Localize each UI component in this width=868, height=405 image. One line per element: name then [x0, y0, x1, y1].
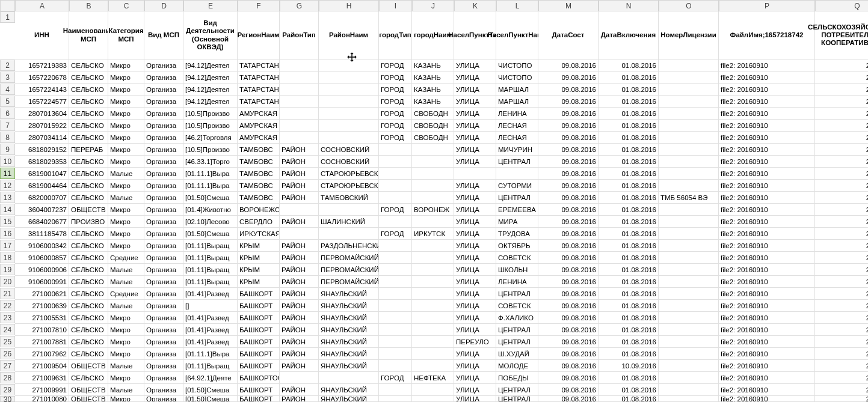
cell-O23[interactable] — [659, 312, 719, 324]
cell-A20[interactable]: 9106000991 — [15, 276, 69, 288]
cell-M27[interactable]: 09.08.2016 — [538, 360, 599, 372]
header-cell-D[interactable]: Вид МСП — [144, 11, 183, 59]
cell-L25[interactable]: ЦЕНТРАЛ — [496, 336, 538, 348]
cell-G10[interactable]: РАЙОН — [280, 156, 319, 168]
cell-C14[interactable]: Микро — [108, 204, 144, 216]
cell-M13[interactable]: 09.08.2016 — [538, 192, 599, 204]
cell-C29[interactable]: Малые — [108, 384, 144, 396]
cell-F27[interactable]: БАШКОРТ — [238, 360, 280, 372]
cell-N30[interactable]: 01.08.2016 — [599, 396, 659, 402]
cell-A19[interactable]: 9106000906 — [15, 264, 69, 276]
cell-H4[interactable] — [319, 84, 379, 96]
cell-C9[interactable]: Микро — [108, 144, 144, 156]
cell-C26[interactable]: Микро — [108, 348, 144, 360]
cell-L30[interactable]: ЦЕНТРАЛ — [496, 396, 538, 402]
cell-N25[interactable]: 01.08.2016 — [599, 336, 659, 348]
cell-E17[interactable]: [01.11]Выращ — [183, 240, 238, 252]
cell-P14[interactable]: file2: 20160910 — [719, 204, 815, 216]
cell-Q26[interactable]: 20160910 — [815, 348, 868, 360]
cell-G15[interactable]: РАЙОН — [280, 216, 319, 228]
header-cell-G[interactable]: РайонТип — [280, 11, 319, 59]
cell-K28[interactable]: УЛИЦА — [454, 372, 496, 384]
column-header-Q[interactable]: Q — [815, 0, 868, 11]
cell-H25[interactable]: ЯНАУЛЬСКИЙ — [319, 336, 379, 348]
cell-N28[interactable]: 01.08.2016 — [599, 372, 659, 384]
cell-C18[interactable]: Средние — [108, 252, 144, 264]
cell-A2[interactable]: 1657219383 — [15, 59, 69, 72]
cell-M23[interactable]: 09.08.2016 — [538, 312, 599, 324]
cell-L14[interactable]: ЕРЕМЕЕВА — [496, 204, 538, 216]
cell-G30[interactable]: РАЙОН — [280, 396, 319, 402]
cell-I24[interactable] — [379, 324, 412, 336]
cell-L10[interactable]: ЦЕНТРАЛ — [496, 156, 538, 168]
cell-J20[interactable] — [412, 276, 454, 288]
cell-D8[interactable]: Организа — [144, 132, 183, 144]
cell-A9[interactable]: 6818029152 — [15, 144, 69, 156]
cell-D11[interactable]: Организа — [144, 168, 183, 180]
cell-K30[interactable]: УЛИЦА — [454, 396, 496, 402]
cell-M7[interactable]: 09.08.2016 — [538, 120, 599, 132]
cell-D12[interactable]: Организа — [144, 180, 183, 192]
cell-B29[interactable]: ОБЩЕСТВ — [69, 384, 108, 396]
cell-K2[interactable]: УЛИЦА — [454, 59, 496, 72]
cell-J17[interactable] — [412, 240, 454, 252]
cell-K8[interactable]: УЛИЦА — [454, 132, 496, 144]
row-header-29[interactable]: 29 — [0, 384, 15, 395]
cell-P30[interactable]: file2: 20160910 — [719, 396, 815, 402]
cell-O2[interactable] — [659, 59, 719, 72]
cell-Q11[interactable]: 20160910 — [815, 168, 868, 180]
cell-I23[interactable] — [379, 312, 412, 324]
cell-J13[interactable] — [412, 192, 454, 204]
cell-J19[interactable] — [412, 264, 454, 276]
cell-F9[interactable]: ТАМБОВС — [238, 144, 280, 156]
header-cell-N[interactable]: ДатаВключения — [599, 11, 659, 59]
cell-F14[interactable]: ВОРОНЕЖСКАЯ — [238, 204, 280, 216]
cell-P13[interactable]: file2: 20160910 — [719, 192, 815, 204]
header-cell-I[interactable]: городТип — [379, 11, 412, 59]
cell-B19[interactable]: СЕЛЬСКО — [69, 264, 108, 276]
column-header-I[interactable]: I — [379, 0, 412, 11]
cell-B6[interactable]: СЕЛЬСКО — [69, 108, 108, 120]
cell-G27[interactable]: РАЙОН — [280, 360, 319, 372]
cell-H21[interactable]: ЯНАУЛЬСКИЙ — [319, 288, 379, 300]
cell-F11[interactable]: ТАМБОВС — [238, 168, 280, 180]
column-header-N[interactable]: N — [599, 0, 659, 11]
cell-D27[interactable]: Организа — [144, 360, 183, 372]
cell-G24[interactable]: РАЙОН — [280, 324, 319, 336]
cell-A28[interactable]: 271009631 — [15, 372, 69, 384]
column-header-G[interactable]: G — [280, 0, 319, 11]
cell-D3[interactable]: Организа — [144, 72, 183, 84]
cell-Q27[interactable]: 20160910 — [815, 360, 868, 372]
cell-L27[interactable]: МОЛОДЕ — [496, 360, 538, 372]
cell-C23[interactable]: Микро — [108, 312, 144, 324]
cell-A29[interactable]: 271009991 — [15, 384, 69, 396]
cell-Q21[interactable]: 20160910 — [815, 288, 868, 300]
cell-I14[interactable]: ГОРОД — [379, 204, 412, 216]
row-header-15[interactable]: 15 — [0, 216, 15, 227]
cell-K14[interactable]: УЛИЦА — [454, 204, 496, 216]
cell-K29[interactable]: УЛИЦА — [454, 384, 496, 396]
cell-I22[interactable] — [379, 300, 412, 312]
cell-B25[interactable]: СЕЛЬСКО — [69, 336, 108, 348]
cell-F30[interactable]: БАШКОРТ — [238, 396, 280, 402]
cell-O29[interactable] — [659, 384, 719, 396]
cell-B10[interactable]: СЕЛЬСКО — [69, 156, 108, 168]
cell-G12[interactable]: РАЙОН — [280, 180, 319, 192]
cell-E21[interactable]: [01.41]Развед — [183, 288, 238, 300]
cell-B23[interactable]: СЕЛЬСКО — [69, 312, 108, 324]
cell-J28[interactable]: НЕФТЕКА — [412, 372, 454, 384]
cell-N21[interactable]: 01.08.2016 — [599, 288, 659, 300]
cell-E2[interactable]: [94.12]Деятел — [183, 59, 238, 72]
cell-J24[interactable] — [412, 324, 454, 336]
cell-G20[interactable]: РАЙОН — [280, 276, 319, 288]
cell-I30[interactable] — [379, 396, 412, 402]
cell-K13[interactable]: УЛИЦА — [454, 192, 496, 204]
cell-H18[interactable]: ПЕРВОМАЙСКИЙ — [319, 252, 379, 264]
cell-K27[interactable]: УЛИЦА — [454, 360, 496, 372]
cell-H8[interactable] — [319, 132, 379, 144]
cell-L5[interactable]: МАРШАЛ — [496, 96, 538, 108]
cell-I26[interactable] — [379, 348, 412, 360]
cell-L21[interactable]: ЦЕНТРАЛ — [496, 288, 538, 300]
cell-Q17[interactable]: 20160910 — [815, 240, 868, 252]
cell-E27[interactable]: [01.11]Выращ — [183, 360, 238, 372]
